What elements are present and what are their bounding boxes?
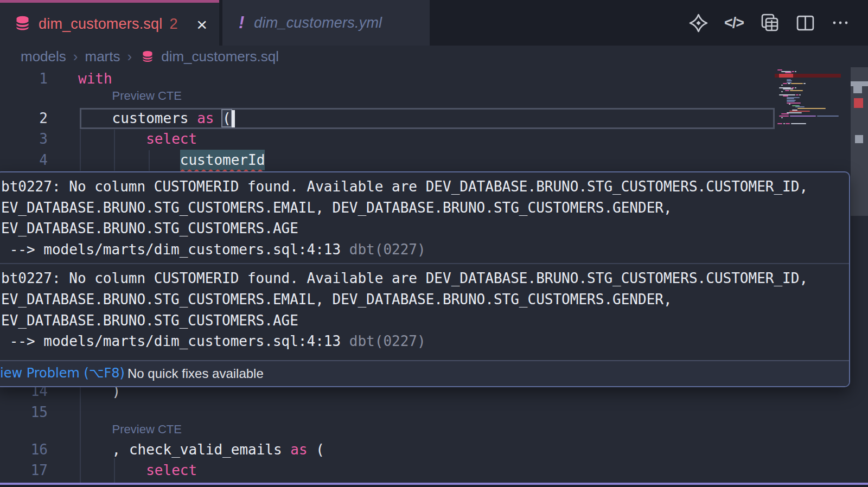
indent-guide: [114, 130, 115, 171]
view-problem-link[interactable]: iew Problem (⌥F8): [0, 366, 125, 381]
line-number: 17: [13, 460, 48, 481]
minimap-line: [787, 101, 795, 102]
database-icon: [139, 50, 154, 63]
error-message-line: bt0227: No column CUSTOMERID found. Avai…: [1, 176, 849, 197]
keyword-token: select: [146, 462, 197, 478]
breadcrumb-item-marts[interactable]: marts: [85, 48, 120, 65]
code-line[interactable]: select: [146, 129, 197, 150]
minimap-line: [803, 83, 806, 84]
error-location-line: --> models/marts/dim_customers.sql:4:13 …: [1, 239, 849, 260]
minimap[interactable]: [775, 68, 851, 127]
minimap-line: [789, 111, 810, 112]
warning-icon: !: [239, 13, 244, 33]
overview-ruler-mark: [855, 135, 863, 143]
code-token: (: [308, 441, 324, 458]
minimap-line: [788, 83, 790, 84]
tab-dim-customers-yml[interactable]: ! dim_customers.yml: [222, 0, 430, 46]
more-actions-icon[interactable]: [831, 14, 850, 32]
database-icon: [14, 15, 31, 34]
keyword-token: as: [197, 110, 214, 126]
tab-bar: dim_customers.sql 2 × ! dim_customers.ym…: [0, 0, 868, 46]
no-quick-fixes-label: No quick fixes available: [127, 366, 264, 381]
dbt-logo-icon[interactable]: [689, 14, 708, 33]
code-line[interactable]: customerId: [180, 150, 265, 171]
chevron-right-icon: ›: [73, 48, 78, 65]
code-token: [214, 110, 222, 126]
bracket-token: (: [222, 110, 231, 126]
error-message-block: bt0227: No column CUSTOMERID found. Avai…: [0, 172, 849, 263]
error-message-line: EV_DATABASE.BRUNO.STG_CUSTOMERS.EMAIL, D…: [1, 289, 849, 310]
minimap-line: [785, 72, 792, 73]
minimap-line: [791, 83, 803, 84]
scrollbar[interactable]: [851, 67, 868, 216]
minimap-line: [786, 123, 790, 124]
line-number: 3: [13, 129, 48, 150]
split-editor-icon[interactable]: [796, 14, 815, 33]
dirty-count-badge: 2: [169, 16, 177, 33]
breadcrumb-item-file[interactable]: dim_customers.sql: [161, 48, 279, 65]
text-cursor: [232, 110, 235, 127]
minimap-line: [790, 116, 816, 117]
indent-guide: [114, 458, 115, 483]
error-code: dbt(0227): [341, 241, 426, 258]
minimap-line: [797, 108, 826, 109]
tab-title: dim_customers.yml: [254, 15, 382, 31]
indent-guide: [80, 130, 81, 171]
minimap-line: [777, 123, 782, 124]
minimap-line: [783, 88, 793, 89]
codelens-preview-cte[interactable]: Preview CTE: [112, 422, 182, 437]
keyword-token: with: [78, 71, 112, 87]
code-line[interactable]: , check_valid_emails as (: [112, 439, 324, 460]
minimap-line: [789, 104, 790, 105]
error-code: dbt(0227): [341, 333, 426, 349]
minimap-line: [783, 83, 787, 84]
error-message-line: EV_DATABASE.BRUNO.STG_CUSTOMERS.AGE: [1, 218, 849, 239]
line-number: 2: [13, 108, 48, 129]
inline-code-icon[interactable]: </>: [724, 15, 744, 31]
breadcrumb-item-models[interactable]: models: [21, 48, 66, 65]
error-message-block: bt0227: No column CUSTOMERID found. Avai…: [0, 264, 849, 355]
error-message-line: EV_DATABASE.BRUNO.STG_CUSTOMERS.AGE: [1, 310, 849, 331]
minimap-line: [783, 95, 788, 97]
chevron-right-icon: ›: [127, 48, 132, 65]
indent-guide: [80, 387, 81, 483]
minimap-error-line-inner: [779, 74, 793, 78]
tab-title: dim_customers.sql: [39, 16, 162, 33]
compiled-query-icon[interactable]: [760, 13, 780, 33]
line-number: 16: [13, 439, 48, 460]
minimap-line: [796, 94, 799, 95]
error-message-line: EV_DATABASE.BRUNO.STG_CUSTOMERS.EMAIL, D…: [1, 197, 849, 219]
panel-edge: [0, 485, 868, 487]
minimap-line: [787, 98, 794, 99]
minimap-line: [783, 123, 785, 124]
error-word-highlight[interactable]: customerId: [180, 150, 265, 171]
code-token: , check_valid_emails: [112, 441, 291, 458]
minimap-line: [779, 116, 789, 117]
error-location: --> models/marts/dim_customers.sql:4:13: [1, 333, 341, 349]
overview-ruler-mark: [853, 86, 862, 93]
keyword-token: as: [290, 441, 307, 458]
code-line[interactable]: with: [78, 68, 112, 89]
minimap-line: [785, 90, 789, 91]
minimap-line: [781, 117, 783, 118]
code-line[interactable]: select: [146, 460, 197, 481]
tab-dim-customers-sql[interactable]: dim_customers.sql 2 ×: [0, 0, 219, 46]
minimap-line: [781, 113, 789, 114]
minimap-line: [795, 71, 796, 72]
minimap-line: [787, 80, 792, 81]
minimap-line: [799, 94, 801, 95]
code-line[interactable]: customers as (: [112, 108, 231, 129]
codelens-preview-cte[interactable]: Preview CTE: [112, 89, 182, 103]
error-hover-popup: bt0227: No column CUSTOMERID found. Avai…: [0, 171, 850, 387]
overview-ruler-mark: [851, 81, 868, 86]
minimap-line: [795, 87, 796, 88]
minimap-line: [792, 71, 794, 72]
minimap-line: [790, 90, 803, 91]
editor-actions: </>: [689, 0, 850, 46]
close-tab-icon[interactable]: ×: [196, 15, 207, 34]
minimap-line: [781, 91, 783, 92]
line-number: 1: [13, 68, 48, 89]
minimap-line: [787, 112, 802, 113]
minimap-line: [781, 85, 783, 86]
line-number: 4: [13, 150, 48, 171]
